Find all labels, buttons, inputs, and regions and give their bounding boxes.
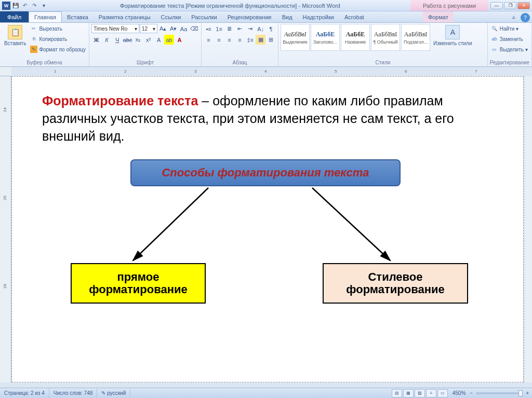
change-case-button[interactable]: Aa — [179, 24, 189, 34]
zoom-level[interactable]: 450% — [448, 388, 470, 398]
undo-icon[interactable]: ↶ — [21, 2, 29, 10]
tab-insert[interactable]: Вставка — [62, 11, 94, 22]
title-bar: W 💾 ↶ ↷ ▾ Форматирование текста [Режим о… — [0, 0, 532, 11]
vertical-scrollbar[interactable] — [524, 76, 532, 382]
redo-icon[interactable]: ↷ — [30, 2, 38, 10]
justify-button[interactable]: ≡ — [235, 35, 245, 45]
align-center-button[interactable]: ≡ — [214, 35, 224, 45]
bullets-button[interactable]: •≡ — [204, 24, 214, 34]
ribbon: 📋 Вставить ✂Вырезать ⎘Копировать ✎Формат… — [0, 23, 532, 67]
term-text: Форматирование текста — [42, 93, 198, 108]
shading-button[interactable]: ▦ — [256, 35, 265, 45]
group-paragraph: •≡ 1≡ ≣ ⇤ ⇥ A↓ ¶ ≡ ≡ ≡ ≡ ‡≡ ▦ ⊞ — [202, 23, 278, 66]
diagram-header[interactable]: Способы форматирования текста — [130, 159, 401, 186]
tab-home[interactable]: Главная — [29, 11, 62, 22]
multilevel-button[interactable]: ≣ — [224, 24, 234, 34]
decrease-indent-button[interactable]: ⇤ — [235, 24, 245, 34]
paste-button[interactable]: 📋 Вставить — [2, 24, 28, 47]
text-effects-button[interactable]: A — [154, 35, 164, 45]
font-color-button[interactable]: A — [175, 35, 184, 45]
tab-review[interactable]: Рецензирование — [222, 11, 277, 22]
format-painter-button[interactable]: ✎Формат по образцу — [29, 45, 87, 54]
grow-font-button[interactable]: A▴ — [158, 24, 168, 34]
status-language[interactable]: ✎русский — [97, 388, 130, 398]
shrink-font-button[interactable]: A▾ — [168, 24, 178, 34]
bold-button[interactable]: Ж — [91, 35, 101, 45]
underline-button[interactable]: Ч — [112, 35, 122, 45]
tab-view[interactable]: Вид — [277, 11, 298, 22]
word-icon: W — [2, 2, 10, 10]
brush-icon: ✎ — [30, 46, 37, 53]
replace-button[interactable]: abЗаменить — [490, 34, 529, 44]
help-icon[interactable]: ? — [521, 13, 530, 22]
font-name-combo[interactable]: Times New Ro▾ — [91, 24, 139, 33]
style-normal[interactable]: АаБбВвІ¶ Обычный — [371, 24, 400, 51]
find-button[interactable]: 🔍Найти▾ — [490, 24, 529, 33]
tab-addins[interactable]: Надстройки — [298, 11, 339, 22]
align-left-button[interactable]: ≡ — [204, 35, 214, 45]
document-page[interactable]: Форматирование текста – оформление по ка… — [11, 76, 524, 382]
align-right-button[interactable]: ≡ — [224, 35, 234, 45]
find-icon: 🔍 — [491, 25, 498, 32]
paste-icon: 📋 — [8, 25, 22, 39]
file-tab[interactable]: Файл — [0, 11, 29, 22]
replace-icon: ab — [491, 35, 498, 43]
group-paragraph-label: Абзац — [204, 59, 276, 66]
diagram-box-style[interactable]: Стилевое форматирование — [323, 263, 468, 304]
view-reading[interactable]: ▦ — [403, 389, 414, 397]
style-subtitle[interactable]: АаБбВвІПодзагол... — [401, 24, 430, 51]
diagram-box-direct[interactable]: прямое форматирование — [71, 263, 206, 304]
style-heading[interactable]: АаБбЕЗаголово... — [311, 24, 340, 51]
qat-dropdown-icon[interactable]: ▾ — [39, 2, 48, 10]
cut-button[interactable]: ✂Вырезать — [29, 24, 87, 33]
zoom-thumb[interactable] — [518, 390, 523, 396]
group-font-label: Шрифт — [91, 59, 199, 66]
change-styles-icon: A — [445, 25, 460, 39]
save-icon[interactable]: 💾 — [11, 2, 20, 10]
status-page[interactable]: Страница: 2 из 4 — [0, 388, 49, 398]
clear-formatting-button[interactable]: ⌫ — [189, 24, 199, 34]
scissors-icon: ✂ — [30, 25, 37, 32]
view-print-layout[interactable]: ▤ — [392, 389, 402, 397]
zoom-slider[interactable] — [476, 392, 523, 394]
view-draft[interactable]: ▭ — [437, 389, 448, 397]
select-button[interactable]: ▭Выделить▾ — [490, 45, 529, 54]
tab-acrobat[interactable]: Acrobat — [339, 11, 369, 22]
document-area: 24 25 26 Форматирование текста – оформле… — [0, 76, 532, 382]
tab-mailings[interactable]: Рассылки — [186, 11, 222, 22]
show-marks-button[interactable]: ¶ — [266, 24, 276, 34]
style-title[interactable]: АаБбЕНазвание — [341, 24, 370, 51]
line-spacing-button[interactable]: ‡≡ — [245, 35, 255, 45]
italic-button[interactable]: К — [102, 35, 112, 45]
zoom-in-button[interactable]: + — [526, 390, 532, 396]
view-web[interactable]: ▨ — [415, 389, 425, 397]
numbering-button[interactable]: 1≡ — [214, 24, 224, 34]
group-editing: 🔍Найти▾ abЗаменить ▭Выделить▾ Редактиров… — [488, 23, 532, 66]
style-emphasis[interactable]: АаБбВвІВыделение — [281, 24, 310, 51]
status-word-count[interactable]: Число слов: 748 — [49, 388, 98, 398]
change-styles-button[interactable]: A Изменить стили — [431, 24, 474, 47]
zoom-out-button[interactable]: − — [470, 390, 473, 396]
minimize-button[interactable]: — — [490, 2, 503, 9]
increase-indent-button[interactable]: ⇥ — [245, 24, 255, 34]
restore-button[interactable]: ❐ — [504, 2, 516, 9]
group-clipboard-label: Буфер обмена — [2, 59, 87, 66]
subscript-button[interactable]: x₂ — [133, 35, 143, 45]
vertical-ruler[interactable]: 24 25 26 — [0, 76, 11, 382]
quick-access-toolbar: W 💾 ↶ ↷ ▾ — [0, 2, 50, 10]
close-button[interactable]: ✕ — [517, 2, 530, 9]
tab-page-layout[interactable]: Разметка страницы — [94, 11, 156, 22]
sort-button[interactable]: A↓ — [256, 24, 265, 34]
view-outline[interactable]: ≡ — [426, 389, 436, 397]
tab-references[interactable]: Ссылки — [156, 11, 187, 22]
font-size-combo[interactable]: 12▾ — [140, 24, 157, 33]
superscript-button[interactable]: x² — [143, 35, 153, 45]
strikethrough-button[interactable]: abc — [123, 35, 132, 45]
contextual-tab-group: Работа с рисунками — [410, 0, 488, 11]
borders-button[interactable]: ⊞ — [266, 35, 276, 45]
copy-button[interactable]: ⎘Копировать — [29, 34, 87, 44]
highlight-button[interactable]: ab — [164, 35, 174, 45]
tab-format[interactable]: Формат — [423, 11, 454, 22]
ribbon-minimize-icon[interactable]: ▵ — [507, 11, 521, 22]
spellcheck-icon: ✎ — [101, 390, 105, 396]
